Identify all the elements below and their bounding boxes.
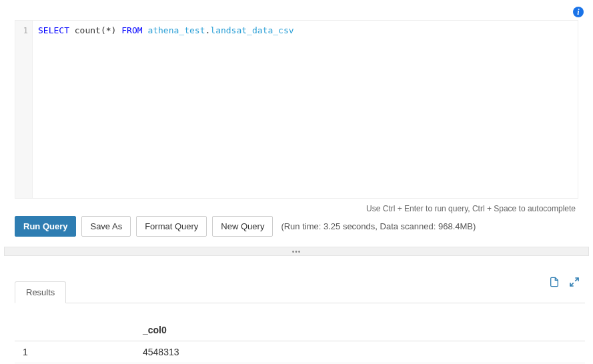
sql-table: landsat_data_csv (210, 25, 293, 35)
sql-schema: athena_test (147, 25, 205, 35)
results-icons (549, 276, 580, 290)
info-icon[interactable]: i (573, 7, 584, 17)
line-number: 1 (15, 25, 32, 37)
cell-rownum: 1 (15, 341, 135, 363)
tab-results[interactable]: Results (15, 281, 66, 303)
editor-code[interactable]: SELECT count(*) FROM athena_test.landsat… (33, 21, 578, 198)
column-col0: _col0 (135, 319, 585, 341)
new-query-button[interactable]: New Query (212, 216, 273, 237)
editor-hint: Use Ctrl + Enter to run query, Ctrl + Sp… (366, 204, 576, 213)
column-rownum (15, 319, 135, 341)
cell-col0: 4548313 (135, 341, 585, 363)
editor-gutter: 1 (15, 21, 33, 198)
download-results-icon[interactable] (549, 276, 560, 290)
query-editor[interactable]: 1 SELECT count(*) FROM athena_test.lands… (15, 20, 578, 199)
expand-icon[interactable] (569, 277, 580, 289)
sql-func: count(*) (69, 25, 121, 35)
toolbar: Run Query Save As Format Query New Query… (15, 216, 476, 237)
query-status: (Run time: 3.25 seconds, Data scanned: 9… (281, 221, 476, 231)
pane-divider[interactable]: ••• (4, 247, 589, 256)
sql-keyword-select: SELECT (38, 25, 69, 35)
table-header-row: _col0 (15, 319, 585, 341)
results-table: _col0 1 4548313 (15, 319, 585, 363)
format-query-button[interactable]: Format Query (136, 216, 207, 237)
results-area: Results _col0 1 4548313 (15, 267, 585, 363)
run-query-button[interactable]: Run Query (15, 216, 76, 237)
save-as-button[interactable]: Save As (81, 216, 131, 237)
results-tabs: Results (15, 281, 585, 303)
sql-keyword-from: FROM (121, 25, 142, 35)
table-row: 1 4548313 (15, 341, 585, 363)
